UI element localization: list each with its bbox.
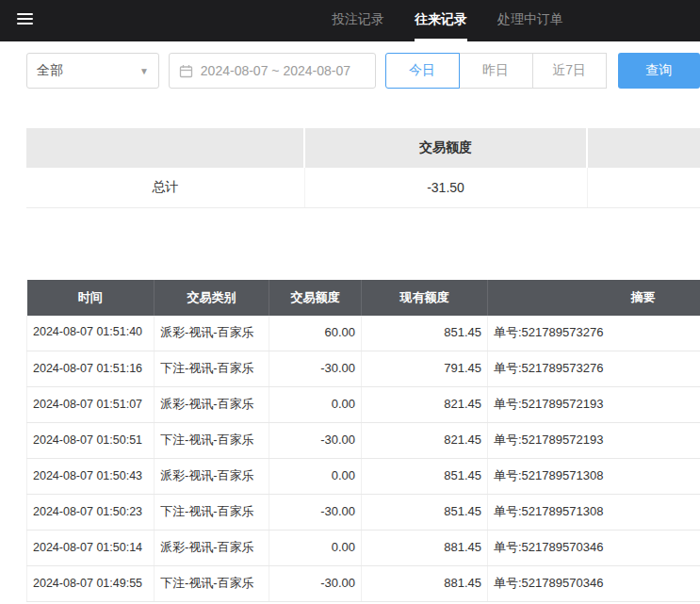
summary-header-amount: 交易额度 xyxy=(304,128,587,168)
top-nav-bar: 投注记录往来记录处理中订单 xyxy=(0,0,700,41)
table-row: 2024-08-07 01:50:14 派彩-视讯-百家乐 0.00 881.4… xyxy=(27,531,700,566)
cell-amount: 0.00 xyxy=(269,387,362,423)
category-select-value: 全部 xyxy=(37,62,63,79)
category-select[interactable]: 全部 ▼ xyxy=(26,53,159,89)
cell-summary: 单号:521789573276 xyxy=(488,316,700,351)
cell-time: 2024-08-07 01:51:40 xyxy=(27,316,155,351)
cell-time: 2024-08-07 01:49:55 xyxy=(27,566,155,602)
cell-amount: -30.00 xyxy=(269,423,362,459)
cell-balance: 821.45 xyxy=(362,387,488,423)
table-row: 2024-08-07 01:50:23 下注-视讯-百家乐 -30.00 851… xyxy=(27,495,700,531)
summary-total-amount: -31.50 xyxy=(304,168,587,207)
table-row: 2024-08-07 01:51:07 派彩-视讯-百家乐 0.00 821.4… xyxy=(27,387,700,423)
quick-filter-button[interactable]: 昨日 xyxy=(459,53,533,89)
cell-amount: -30.00 xyxy=(269,495,362,531)
nav-tab[interactable]: 往来记录 xyxy=(415,0,467,41)
cell-time: 2024-08-07 01:50:43 xyxy=(27,459,155,495)
header-time: 时间 xyxy=(27,280,155,316)
summary-table: 交易额度 总计 -31.50 xyxy=(26,128,700,208)
cell-amount: 0.00 xyxy=(269,459,362,495)
summary-header-clipped xyxy=(587,128,700,168)
query-button[interactable]: 查询 xyxy=(618,53,700,89)
summary-total-row: 总计 -31.50 xyxy=(26,168,700,207)
quick-filter-button[interactable]: 近7日 xyxy=(532,53,607,89)
header-balance: 现有额度 xyxy=(362,280,488,316)
cell-summary: 单号:521789572193 xyxy=(488,423,700,459)
nav-tabs: 投注记录往来记录处理中订单 xyxy=(332,0,700,41)
header-summary: 摘要 xyxy=(488,280,700,316)
cell-summary: 单号:521789570346 xyxy=(488,566,700,602)
filter-bar: 全部 ▼ 2024-08-07 ~ 2024-08-07 今日昨日近7日 查询 xyxy=(26,53,700,89)
header-amount: 交易额度 xyxy=(269,280,362,316)
quick-filter-button[interactable]: 今日 xyxy=(385,53,460,89)
cell-summary: 单号:521789571308 xyxy=(488,495,700,531)
cell-time: 2024-08-07 01:51:16 xyxy=(27,351,155,387)
cell-type: 派彩-视讯-百家乐 xyxy=(155,531,269,566)
summary-header-row: 交易额度 xyxy=(26,128,700,168)
cell-type: 下注-视讯-百家乐 xyxy=(155,423,269,459)
cell-balance: 791.45 xyxy=(362,351,488,387)
cell-type: 下注-视讯-百家乐 xyxy=(155,351,269,387)
records-table: 时间 交易类别 交易额度 现有额度 摘要 2024-08-07 01:51:40… xyxy=(26,280,700,603)
cell-type: 派彩-视讯-百家乐 xyxy=(155,387,269,423)
cell-time: 2024-08-07 01:50:14 xyxy=(27,531,155,566)
cell-time: 2024-08-07 01:51:07 xyxy=(27,387,155,423)
summary-total-extra xyxy=(587,168,700,207)
cell-type: 下注-视讯-百家乐 xyxy=(155,495,269,531)
cell-time: 2024-08-07 01:50:23 xyxy=(27,495,155,531)
nav-tab[interactable]: 处理中订单 xyxy=(497,0,563,41)
cell-balance: 851.45 xyxy=(362,495,488,531)
calendar-icon xyxy=(179,64,193,78)
records-header-row: 时间 交易类别 交易额度 现有额度 摘要 xyxy=(27,280,700,316)
cell-balance: 821.45 xyxy=(362,423,488,459)
menu-icon[interactable] xyxy=(17,13,33,27)
summary-header-blank xyxy=(26,128,304,168)
cell-balance: 881.45 xyxy=(362,566,488,602)
table-row: 2024-08-07 01:51:16 下注-视讯-百家乐 -30.00 791… xyxy=(27,351,700,387)
table-row: 2024-08-07 01:51:40 派彩-视讯-百家乐 60.00 851.… xyxy=(27,316,700,351)
summary-total-label: 总计 xyxy=(26,168,304,207)
cell-amount: -30.00 xyxy=(269,566,362,602)
table-row: 2024-08-07 01:49:55 下注-视讯-百家乐 -30.00 881… xyxy=(27,566,700,602)
records-table-body: 2024-08-07 01:51:40 派彩-视讯-百家乐 60.00 851.… xyxy=(27,316,700,602)
quick-filter-group: 今日昨日近7日 xyxy=(385,53,607,89)
cell-balance: 851.45 xyxy=(362,316,488,351)
date-range-value: 2024-08-07 ~ 2024-08-07 xyxy=(201,63,350,78)
cell-summary: 单号:521789573276 xyxy=(488,351,700,387)
cell-balance: 881.45 xyxy=(362,531,488,566)
cell-type: 派彩-视讯-百家乐 xyxy=(155,316,269,351)
cell-summary: 单号:521789572193 xyxy=(488,387,700,423)
date-range-input[interactable]: 2024-08-07 ~ 2024-08-07 xyxy=(169,53,376,89)
cell-time: 2024-08-07 01:50:51 xyxy=(27,423,155,459)
header-type: 交易类别 xyxy=(155,280,269,316)
table-row: 2024-08-07 01:50:51 下注-视讯-百家乐 -30.00 821… xyxy=(27,423,700,459)
cell-balance: 851.45 xyxy=(362,459,488,495)
table-row: 2024-08-07 01:50:43 派彩-视讯-百家乐 0.00 851.4… xyxy=(27,459,700,495)
cell-amount: 60.00 xyxy=(269,316,362,351)
chevron-down-icon: ▼ xyxy=(139,66,149,76)
cell-type: 派彩-视讯-百家乐 xyxy=(155,459,269,495)
cell-summary: 单号:521789570346 xyxy=(488,531,700,566)
nav-tab[interactable]: 投注记录 xyxy=(332,0,384,41)
cell-amount: -30.00 xyxy=(269,351,362,387)
cell-summary: 单号:521789571308 xyxy=(488,459,700,495)
cell-type: 下注-视讯-百家乐 xyxy=(155,566,269,602)
cell-amount: 0.00 xyxy=(269,531,362,566)
